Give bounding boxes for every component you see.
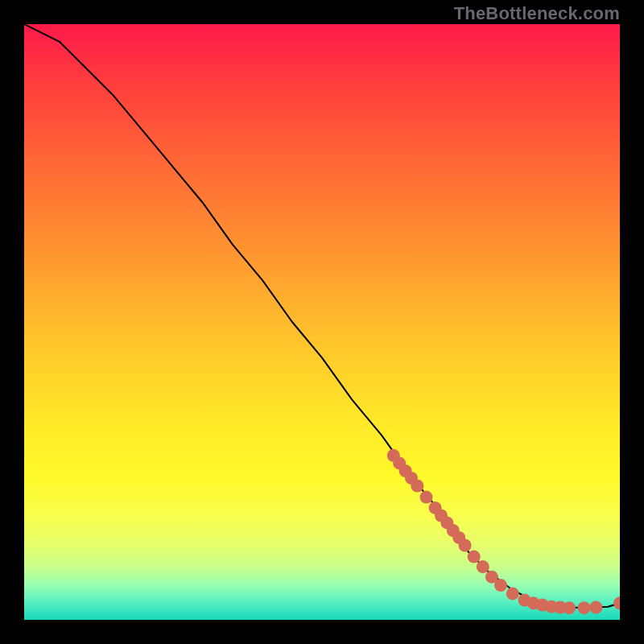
- marker-dot: [613, 597, 620, 609]
- marker-dot: [563, 601, 576, 614]
- marker-dot: [468, 551, 481, 564]
- marker-dot: [411, 480, 423, 493]
- plot-area: [24, 24, 620, 620]
- chart-overlay: [24, 24, 620, 620]
- marker-dot: [578, 601, 591, 614]
- chart-stage: TheBottleneck.com: [0, 0, 644, 644]
- marker-dot: [494, 579, 507, 592]
- marker-dot: [589, 601, 602, 614]
- marker-dot: [477, 560, 489, 573]
- marker-dot: [420, 491, 433, 504]
- attribution-label: TheBottleneck.com: [454, 3, 620, 24]
- marker-dot: [506, 587, 519, 600]
- marker-dot: [459, 539, 472, 552]
- curve-line: [24, 24, 620, 608]
- marker-group: [387, 449, 620, 614]
